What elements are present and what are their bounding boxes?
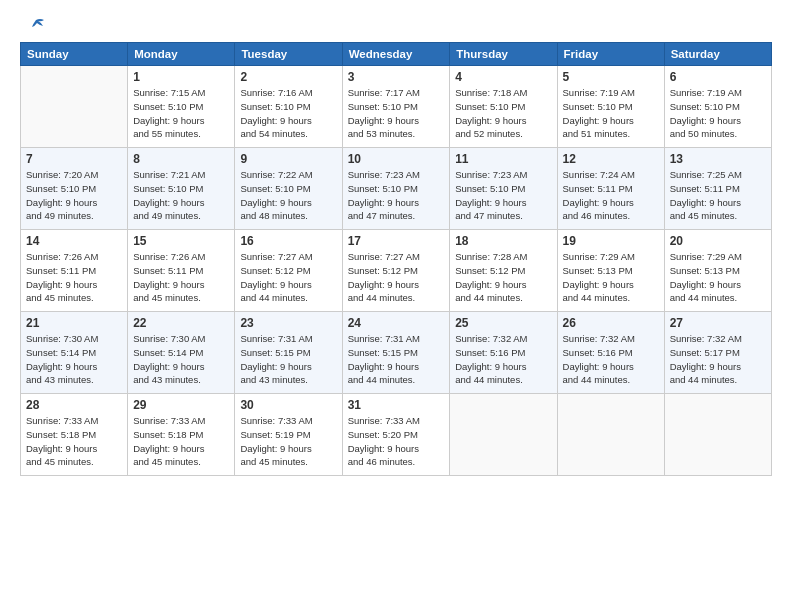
- day-info: Sunrise: 7:18 AMSunset: 5:10 PMDaylight:…: [455, 86, 551, 141]
- day-info: Sunrise: 7:33 AMSunset: 5:18 PMDaylight:…: [133, 414, 229, 469]
- day-number: 8: [133, 152, 229, 166]
- day-info: Sunrise: 7:30 AMSunset: 5:14 PMDaylight:…: [26, 332, 122, 387]
- calendar-cell: [664, 394, 771, 476]
- weekday-header-thursday: Thursday: [450, 43, 557, 66]
- day-info: Sunrise: 7:16 AMSunset: 5:10 PMDaylight:…: [240, 86, 336, 141]
- calendar-cell: 11Sunrise: 7:23 AMSunset: 5:10 PMDayligh…: [450, 148, 557, 230]
- calendar-cell: [450, 394, 557, 476]
- day-number: 20: [670, 234, 766, 248]
- day-number: 5: [563, 70, 659, 84]
- calendar-cell: 17Sunrise: 7:27 AMSunset: 5:12 PMDayligh…: [342, 230, 450, 312]
- day-info: Sunrise: 7:33 AMSunset: 5:19 PMDaylight:…: [240, 414, 336, 469]
- day-info: Sunrise: 7:33 AMSunset: 5:20 PMDaylight:…: [348, 414, 445, 469]
- calendar-cell: 24Sunrise: 7:31 AMSunset: 5:15 PMDayligh…: [342, 312, 450, 394]
- calendar-week-2: 14Sunrise: 7:26 AMSunset: 5:11 PMDayligh…: [21, 230, 772, 312]
- day-number: 21: [26, 316, 122, 330]
- day-info: Sunrise: 7:31 AMSunset: 5:15 PMDaylight:…: [348, 332, 445, 387]
- calendar-cell: 4Sunrise: 7:18 AMSunset: 5:10 PMDaylight…: [450, 66, 557, 148]
- day-info: Sunrise: 7:19 AMSunset: 5:10 PMDaylight:…: [670, 86, 766, 141]
- day-info: Sunrise: 7:25 AMSunset: 5:11 PMDaylight:…: [670, 168, 766, 223]
- calendar-cell: 27Sunrise: 7:32 AMSunset: 5:17 PMDayligh…: [664, 312, 771, 394]
- day-number: 23: [240, 316, 336, 330]
- day-number: 27: [670, 316, 766, 330]
- calendar-week-4: 28Sunrise: 7:33 AMSunset: 5:18 PMDayligh…: [21, 394, 772, 476]
- day-info: Sunrise: 7:24 AMSunset: 5:11 PMDaylight:…: [563, 168, 659, 223]
- calendar-cell: 10Sunrise: 7:23 AMSunset: 5:10 PMDayligh…: [342, 148, 450, 230]
- weekday-header-saturday: Saturday: [664, 43, 771, 66]
- calendar-body: 1Sunrise: 7:15 AMSunset: 5:10 PMDaylight…: [21, 66, 772, 476]
- day-info: Sunrise: 7:27 AMSunset: 5:12 PMDaylight:…: [348, 250, 445, 305]
- day-number: 17: [348, 234, 445, 248]
- calendar-week-1: 7Sunrise: 7:20 AMSunset: 5:10 PMDaylight…: [21, 148, 772, 230]
- day-info: Sunrise: 7:29 AMSunset: 5:13 PMDaylight:…: [670, 250, 766, 305]
- day-info: Sunrise: 7:27 AMSunset: 5:12 PMDaylight:…: [240, 250, 336, 305]
- weekday-header-wednesday: Wednesday: [342, 43, 450, 66]
- day-number: 15: [133, 234, 229, 248]
- day-number: 31: [348, 398, 445, 412]
- day-number: 12: [563, 152, 659, 166]
- calendar-week-0: 1Sunrise: 7:15 AMSunset: 5:10 PMDaylight…: [21, 66, 772, 148]
- calendar-cell: 9Sunrise: 7:22 AMSunset: 5:10 PMDaylight…: [235, 148, 342, 230]
- day-number: 11: [455, 152, 551, 166]
- weekday-header-friday: Friday: [557, 43, 664, 66]
- day-info: Sunrise: 7:21 AMSunset: 5:10 PMDaylight:…: [133, 168, 229, 223]
- day-info: Sunrise: 7:32 AMSunset: 5:16 PMDaylight:…: [563, 332, 659, 387]
- day-info: Sunrise: 7:19 AMSunset: 5:10 PMDaylight:…: [563, 86, 659, 141]
- calendar-cell: 26Sunrise: 7:32 AMSunset: 5:16 PMDayligh…: [557, 312, 664, 394]
- day-number: 4: [455, 70, 551, 84]
- day-info: Sunrise: 7:26 AMSunset: 5:11 PMDaylight:…: [133, 250, 229, 305]
- calendar-cell: 21Sunrise: 7:30 AMSunset: 5:14 PMDayligh…: [21, 312, 128, 394]
- day-number: 2: [240, 70, 336, 84]
- day-info: Sunrise: 7:26 AMSunset: 5:11 PMDaylight:…: [26, 250, 122, 305]
- calendar-cell: 22Sunrise: 7:30 AMSunset: 5:14 PMDayligh…: [128, 312, 235, 394]
- day-number: 1: [133, 70, 229, 84]
- day-number: 24: [348, 316, 445, 330]
- day-number: 9: [240, 152, 336, 166]
- day-info: Sunrise: 7:28 AMSunset: 5:12 PMDaylight:…: [455, 250, 551, 305]
- calendar-cell: 1Sunrise: 7:15 AMSunset: 5:10 PMDaylight…: [128, 66, 235, 148]
- day-info: Sunrise: 7:32 AMSunset: 5:17 PMDaylight:…: [670, 332, 766, 387]
- calendar-cell: 25Sunrise: 7:32 AMSunset: 5:16 PMDayligh…: [450, 312, 557, 394]
- day-number: 28: [26, 398, 122, 412]
- calendar-cell: 18Sunrise: 7:28 AMSunset: 5:12 PMDayligh…: [450, 230, 557, 312]
- day-number: 26: [563, 316, 659, 330]
- calendar-cell: 3Sunrise: 7:17 AMSunset: 5:10 PMDaylight…: [342, 66, 450, 148]
- weekday-header-monday: Monday: [128, 43, 235, 66]
- weekday-header-row: SundayMondayTuesdayWednesdayThursdayFrid…: [21, 43, 772, 66]
- calendar-cell: 23Sunrise: 7:31 AMSunset: 5:15 PMDayligh…: [235, 312, 342, 394]
- calendar-cell: 28Sunrise: 7:33 AMSunset: 5:18 PMDayligh…: [21, 394, 128, 476]
- day-number: 29: [133, 398, 229, 412]
- day-number: 18: [455, 234, 551, 248]
- calendar-cell: 14Sunrise: 7:26 AMSunset: 5:11 PMDayligh…: [21, 230, 128, 312]
- day-number: 7: [26, 152, 122, 166]
- day-info: Sunrise: 7:31 AMSunset: 5:15 PMDaylight:…: [240, 332, 336, 387]
- header: [20, 18, 772, 32]
- calendar-cell: 13Sunrise: 7:25 AMSunset: 5:11 PMDayligh…: [664, 148, 771, 230]
- day-number: 10: [348, 152, 445, 166]
- day-info: Sunrise: 7:23 AMSunset: 5:10 PMDaylight:…: [348, 168, 445, 223]
- calendar-cell: 20Sunrise: 7:29 AMSunset: 5:13 PMDayligh…: [664, 230, 771, 312]
- calendar-cell: 2Sunrise: 7:16 AMSunset: 5:10 PMDaylight…: [235, 66, 342, 148]
- day-info: Sunrise: 7:17 AMSunset: 5:10 PMDaylight:…: [348, 86, 445, 141]
- day-number: 19: [563, 234, 659, 248]
- calendar-cell: 30Sunrise: 7:33 AMSunset: 5:19 PMDayligh…: [235, 394, 342, 476]
- day-info: Sunrise: 7:33 AMSunset: 5:18 PMDaylight:…: [26, 414, 122, 469]
- day-number: 13: [670, 152, 766, 166]
- calendar-cell: [21, 66, 128, 148]
- calendar-cell: 6Sunrise: 7:19 AMSunset: 5:10 PMDaylight…: [664, 66, 771, 148]
- day-number: 30: [240, 398, 336, 412]
- calendar-cell: 12Sunrise: 7:24 AMSunset: 5:11 PMDayligh…: [557, 148, 664, 230]
- day-info: Sunrise: 7:29 AMSunset: 5:13 PMDaylight:…: [563, 250, 659, 305]
- day-number: 14: [26, 234, 122, 248]
- day-number: 22: [133, 316, 229, 330]
- logo: [20, 18, 44, 32]
- calendar-cell: 15Sunrise: 7:26 AMSunset: 5:11 PMDayligh…: [128, 230, 235, 312]
- day-number: 6: [670, 70, 766, 84]
- calendar-week-3: 21Sunrise: 7:30 AMSunset: 5:14 PMDayligh…: [21, 312, 772, 394]
- calendar-cell: 29Sunrise: 7:33 AMSunset: 5:18 PMDayligh…: [128, 394, 235, 476]
- day-info: Sunrise: 7:15 AMSunset: 5:10 PMDaylight:…: [133, 86, 229, 141]
- day-info: Sunrise: 7:23 AMSunset: 5:10 PMDaylight:…: [455, 168, 551, 223]
- day-info: Sunrise: 7:32 AMSunset: 5:16 PMDaylight:…: [455, 332, 551, 387]
- calendar-cell: [557, 394, 664, 476]
- calendar-cell: 31Sunrise: 7:33 AMSunset: 5:20 PMDayligh…: [342, 394, 450, 476]
